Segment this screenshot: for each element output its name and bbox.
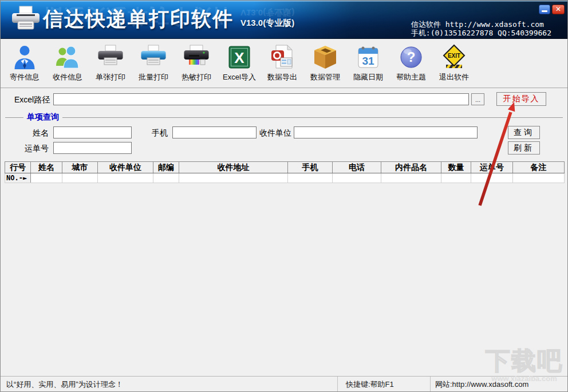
status-motto: 以“好用、实用、易用”为设计理念！ <box>1 377 337 392</box>
thermal-print-icon <box>177 43 216 72</box>
col-header-company: 收件单位 <box>98 162 153 173</box>
col-header-qty: 数量 <box>441 162 471 173</box>
col-header-mobile: 手机 <box>288 162 333 173</box>
toolbar-label: Excel导入 <box>220 72 259 82</box>
toolbar-label: 数据导出 <box>263 72 302 82</box>
close-button[interactable]: ✕ <box>552 5 565 14</box>
company-label: 收件单位 <box>254 128 291 138</box>
cell <box>471 173 513 183</box>
toolbar-label: 帮助主题 <box>392 72 431 82</box>
name-label: 姓名 <box>12 128 49 138</box>
toolbar-button-data-manage[interactable]: 数据管理 <box>306 43 345 82</box>
toolbar-label: 隐藏日期 <box>349 72 388 82</box>
app-version: V13.0(专业版) <box>240 18 294 29</box>
cell <box>513 173 565 183</box>
status-hotkey: 快捷键:帮助F1 <box>337 377 430 392</box>
toolbar-button-batch-print[interactable]: 批量打印 <box>134 43 173 82</box>
cell <box>98 173 153 183</box>
toolbar-label: 单张打印 <box>91 72 130 82</box>
toolbar-label: 收件信息 <box>48 72 87 82</box>
row-header-cell: NO.-► <box>5 173 31 183</box>
excel-path-label: Excel路径 <box>14 95 50 105</box>
waybill-input[interactable] <box>53 142 132 154</box>
svg-text:EXIT: EXIT <box>448 53 460 59</box>
browse-button[interactable]: ... <box>471 93 484 105</box>
recipient-info-icon <box>48 43 87 72</box>
minimize-button[interactable] <box>539 5 550 14</box>
vendor-contact-info: 信达软件 http://www.xdasoft.com 手机:(0)135162… <box>411 20 551 37</box>
col-header-rowno: 行号 <box>5 162 31 173</box>
col-header-name: 姓名 <box>31 162 62 173</box>
data-export-icon <box>263 43 302 72</box>
toolbar-button-help-topic[interactable]: ? 帮助主题 <box>392 43 431 82</box>
sender-info-icon <box>5 43 44 72</box>
search-button[interactable]: 查询 <box>508 126 540 139</box>
title-bar: 信达快递单打印软件 V13.0(专业版) 信达快递单打印软件 V13.0(专业版… <box>1 1 567 39</box>
help-topic-icon: ? <box>392 43 431 72</box>
hide-date-icon: 31 <box>349 43 388 72</box>
col-header-remark: 备注 <box>513 162 565 173</box>
refresh-button[interactable]: 刷新 <box>508 141 540 155</box>
batch-print-icon <box>134 43 173 72</box>
toolbar-button-recipient-info[interactable]: 收件信息 <box>48 43 87 82</box>
toolbar-label: 寄件信息 <box>5 72 44 82</box>
toolbar-button-single-print[interactable]: 单张打印 <box>91 43 130 82</box>
cell <box>441 173 471 183</box>
status-bar: 以“好用、实用、易用”为设计理念！ 快捷键:帮助F1 网站:http://www… <box>1 376 567 392</box>
data-grid: 行号 姓名 城市 收件单位 邮编 收件地址 手机 电话 内件品名 数量 运单号 … <box>5 161 565 183</box>
col-header-address: 收件地址 <box>179 162 288 173</box>
mobile-input[interactable] <box>172 126 257 138</box>
printer-logo-icon <box>12 5 40 36</box>
cell <box>333 173 381 183</box>
name-input[interactable] <box>53 126 132 138</box>
col-header-phone: 电话 <box>333 162 381 173</box>
cell <box>31 173 62 183</box>
toolbar: 寄件信息 收件信息 <box>1 39 567 88</box>
cell <box>288 173 333 183</box>
status-website: 网站:http://www.xdasoft.com <box>430 377 567 392</box>
svg-text:31: 31 <box>362 55 374 67</box>
query-group-title: 单项查询 <box>23 112 62 122</box>
col-header-waybill: 运单号 <box>471 162 513 173</box>
main-area: Excel路径 ... 开始导入 单项查询 姓名 手机 收件单位 查询 运单号 … <box>1 88 567 376</box>
toolbar-button-thermal-print[interactable]: 热敏打印 <box>177 43 216 82</box>
grid-header-row: 行号 姓名 城市 收件单位 邮编 收件地址 手机 电话 内件品名 数量 运单号 … <box>5 162 565 173</box>
toolbar-label: 退出软件 <box>435 72 474 82</box>
mobile-label: 手机 <box>131 128 168 138</box>
waybill-label: 运单号 <box>12 144 49 154</box>
svg-text:?: ? <box>407 49 416 65</box>
toolbar-label: 批量打印 <box>134 72 173 82</box>
app-window: 信达快递单打印软件 V13.0(专业版) 信达快递单打印软件 V13.0(专业版… <box>0 0 568 392</box>
cell <box>179 173 288 183</box>
col-header-city: 城市 <box>62 162 98 173</box>
toolbar-button-sender-info[interactable]: 寄件信息 <box>5 43 44 82</box>
data-manage-icon <box>306 43 345 72</box>
single-print-icon <box>91 43 130 72</box>
cell <box>153 173 179 183</box>
app-title: 信达快递单打印软件 <box>43 6 234 33</box>
toolbar-button-data-export[interactable]: 数据导出 <box>263 43 302 82</box>
cell <box>62 173 98 183</box>
toolbar-button-exit[interactable]: EXIT 退出软件 <box>435 43 474 82</box>
col-header-item: 内件品名 <box>381 162 441 173</box>
vendor-site-line: 信达软件 http://www.xdasoft.com <box>411 20 551 29</box>
company-input[interactable] <box>294 126 478 138</box>
red-arrow-annotation <box>453 97 527 212</box>
toolbar-button-excel-import[interactable]: X Excel导入 <box>220 43 259 82</box>
toolbar-button-hide-date[interactable]: 31 隐藏日期 <box>349 43 388 82</box>
exit-icon: EXIT <box>435 43 474 72</box>
vendor-phone-line: 手机:(0)13516227878 QQ:540399662 <box>411 29 551 37</box>
cell <box>381 173 441 183</box>
toolbar-label: 热敏打印 <box>177 72 216 82</box>
svg-text:X: X <box>234 49 244 66</box>
toolbar-label: 数据管理 <box>306 72 345 82</box>
excel-import-icon: X <box>220 43 259 72</box>
query-group-border <box>5 117 563 118</box>
col-header-zip: 邮编 <box>153 162 179 173</box>
start-import-button[interactable]: 开始导入 <box>496 92 546 106</box>
excel-path-input[interactable] <box>53 93 469 105</box>
table-row[interactable]: NO.-► <box>5 173 565 183</box>
